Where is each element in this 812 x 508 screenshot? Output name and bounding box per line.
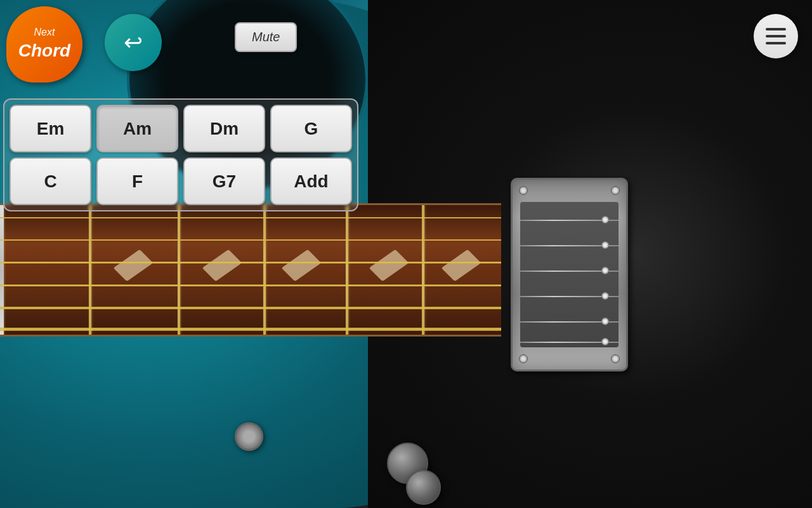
chord-dm-button[interactable]: Dm [183, 105, 265, 152]
chord-row-2: C F G7 Add [10, 157, 352, 205]
fret-1 [89, 205, 91, 335]
chord-dm-label: Dm [210, 119, 239, 139]
menu-line-2 [766, 35, 786, 37]
mute-button[interactable]: Mute [235, 22, 297, 52]
chord-c-label: C [44, 171, 56, 192]
chord-g7-label: G7 [213, 171, 236, 192]
chord-g-label: G [304, 119, 318, 139]
chord-f-label: F [132, 171, 143, 192]
fretboard[interactable] [0, 203, 501, 337]
chord-em-label: Em [37, 119, 65, 139]
chord-f-button[interactable]: F [96, 157, 178, 205]
chord-am-button[interactable]: Am [96, 105, 178, 152]
back-arrow-icon: ↩ [124, 29, 143, 56]
chord-g-button[interactable]: G [270, 105, 352, 152]
next-chord-line1: Next [34, 26, 55, 39]
menu-line-1 [766, 28, 786, 30]
chord-am-label: Am [123, 119, 152, 139]
pickup-dot-1 [601, 216, 609, 224]
pickup-dot-5 [601, 318, 609, 325]
pickup-screw-bl [519, 354, 528, 363]
chord-add-button[interactable]: Add [270, 157, 352, 205]
next-chord-line2: Chord [18, 39, 70, 62]
pickup-screw-tr [611, 186, 620, 195]
pickup-screw-br [611, 354, 620, 363]
fret-4 [346, 205, 348, 335]
chord-row-1: Em Am Dm G [10, 105, 352, 152]
tuning-peg-1 [235, 422, 263, 451]
chord-c-button[interactable]: C [10, 157, 91, 205]
menu-line-3 [766, 42, 786, 44]
pickup [511, 178, 628, 371]
back-button[interactable]: ↩ [105, 14, 162, 71]
pickup-dot-6 [601, 338, 609, 345]
chord-g7-button[interactable]: G7 [183, 157, 265, 205]
volume-knob [406, 470, 441, 505]
chord-em-button[interactable]: Em [10, 105, 91, 152]
fret-marker-3 [282, 250, 322, 281]
pickup-dot-2 [601, 241, 609, 249]
pickup-dot-4 [601, 292, 609, 300]
mute-label: Mute [252, 30, 280, 44]
pickup-screw-tl [519, 186, 528, 195]
pickup-dot-3 [601, 267, 609, 274]
nut [0, 205, 4, 335]
next-chord-button[interactable]: Next Chord [6, 6, 82, 83]
fret-2 [178, 205, 180, 335]
chord-add-label: Add [294, 171, 328, 192]
fret-marker-2 [202, 250, 242, 281]
pickup-strings-area [520, 202, 619, 347]
chord-panel: Em Am Dm G C F G7 Add [3, 98, 358, 211]
fret-5 [422, 205, 424, 335]
fret-3 [263, 205, 266, 335]
fret-marker-1 [114, 250, 154, 281]
fret-marker-5 [442, 250, 481, 281]
fret-marker-4 [369, 250, 409, 281]
menu-button[interactable] [754, 14, 798, 58]
